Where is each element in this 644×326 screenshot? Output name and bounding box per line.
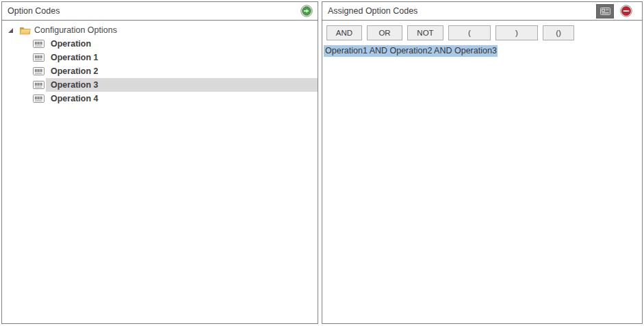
option-codes-title: Option Codes [8, 6, 300, 16]
operator-and-button[interactable]: AND [326, 25, 362, 40]
tree-item-operation-1[interactable]: Operation 1 [2, 51, 318, 64]
expanded-triangle-icon[interactable] [6, 27, 15, 34]
remove-assigned-code-button[interactable] [620, 5, 632, 17]
assigned-option-codes-panel: Assigned Option Codes AND [322, 1, 643, 324]
green-arrow-right-circle-icon [300, 5, 313, 17]
tree-root-label: Configuration Options [34, 25, 117, 35]
barcode-icon [33, 67, 44, 75]
open-paren-button[interactable]: ( [448, 25, 491, 40]
option-codes-tree: Configuration Options Operation [2, 21, 318, 105]
assigned-option-codes-title: Assigned Option Codes [328, 6, 596, 16]
tree-root-configuration-options[interactable]: Configuration Options [2, 23, 318, 37]
operator-or-button[interactable]: OR [367, 25, 402, 40]
assigned-option-codes-header: Assigned Option Codes [322, 2, 642, 21]
barcode-icon [33, 40, 44, 48]
close-paren-button[interactable]: ) [495, 25, 538, 40]
tree-item-label: Operation 2 [51, 66, 98, 76]
operator-not-button[interactable]: NOT [407, 25, 443, 40]
tree-item-label: Operation 1 [51, 53, 98, 62]
assign-option-code-button[interactable] [300, 5, 313, 17]
option-codes-panel: Option Codes [1, 1, 318, 324]
tree-item-operation-2[interactable]: Operation 2 [2, 64, 318, 78]
expression-area: Operation1 AND Operation2 AND Operation3 [324, 44, 642, 56]
open-folder-icon [19, 26, 31, 35]
assigned-expression-text[interactable]: Operation1 AND Operation2 AND Operation3 [324, 45, 498, 57]
option-code-card-icon [600, 8, 610, 15]
tree-item-label: Operation 4 [51, 94, 98, 103]
operator-toolbar: AND OR NOT ( ) () [322, 21, 642, 40]
tree-item-label: Operation 3 [51, 80, 98, 90]
option-codes-header: Option Codes [2, 2, 318, 21]
tree-item-operation[interactable]: Operation [2, 37, 318, 51]
barcode-icon [33, 81, 44, 89]
barcode-icon [33, 95, 44, 103]
option-code-card-toggle-button[interactable] [596, 4, 614, 18]
tree-item-operation-4[interactable]: Operation 4 [2, 92, 318, 105]
tree-item-label: Operation [51, 39, 91, 49]
tree-item-operation-3[interactable]: Operation 3 [2, 78, 318, 92]
paren-pair-button[interactable]: () [543, 25, 574, 40]
remove-red-circle-icon [620, 5, 632, 17]
barcode-icon [33, 53, 44, 62]
